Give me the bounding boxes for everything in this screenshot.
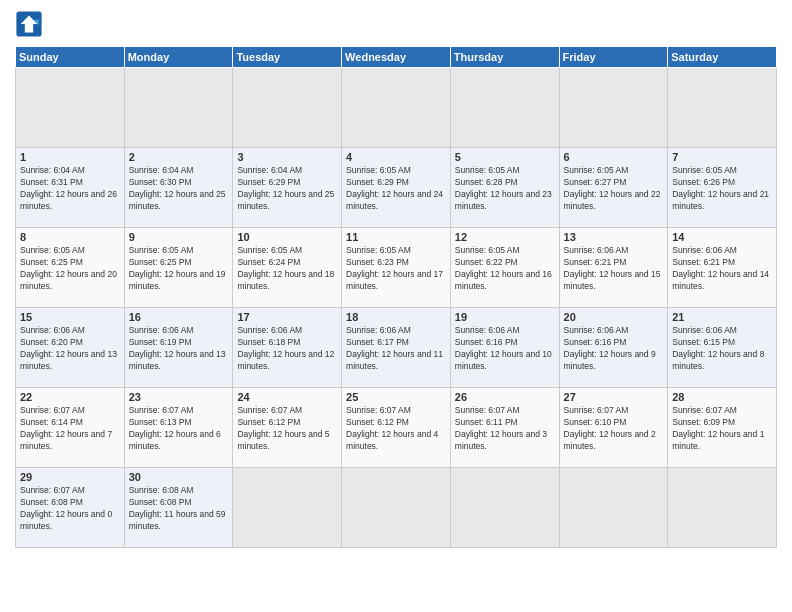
cell-info: Sunrise: 6:05 AMSunset: 6:29 PMDaylight:… <box>346 165 446 213</box>
cell-info: Sunrise: 6:05 AMSunset: 6:25 PMDaylight:… <box>129 245 229 293</box>
day-header-tuesday: Tuesday <box>233 47 342 68</box>
day-header-thursday: Thursday <box>450 47 559 68</box>
calendar-cell: 23Sunrise: 6:07 AMSunset: 6:13 PMDayligh… <box>124 388 233 468</box>
cell-info: Sunrise: 6:07 AMSunset: 6:09 PMDaylight:… <box>672 405 772 453</box>
calendar-cell <box>668 468 777 548</box>
day-header-friday: Friday <box>559 47 668 68</box>
calendar-cell <box>342 68 451 148</box>
day-number: 23 <box>129 391 229 403</box>
calendar-cell: 25Sunrise: 6:07 AMSunset: 6:12 PMDayligh… <box>342 388 451 468</box>
calendar-cell: 24Sunrise: 6:07 AMSunset: 6:12 PMDayligh… <box>233 388 342 468</box>
header <box>15 10 777 38</box>
week-row-1 <box>16 68 777 148</box>
calendar-cell: 1Sunrise: 6:04 AMSunset: 6:31 PMDaylight… <box>16 148 125 228</box>
week-row-4: 15Sunrise: 6:06 AMSunset: 6:20 PMDayligh… <box>16 308 777 388</box>
calendar-cell: 7Sunrise: 6:05 AMSunset: 6:26 PMDaylight… <box>668 148 777 228</box>
day-number: 8 <box>20 231 120 243</box>
calendar-cell: 18Sunrise: 6:06 AMSunset: 6:17 PMDayligh… <box>342 308 451 388</box>
cell-info: Sunrise: 6:07 AMSunset: 6:11 PMDaylight:… <box>455 405 555 453</box>
cell-info: Sunrise: 6:07 AMSunset: 6:14 PMDaylight:… <box>20 405 120 453</box>
cell-info: Sunrise: 6:06 AMSunset: 6:18 PMDaylight:… <box>237 325 337 373</box>
cell-info: Sunrise: 6:04 AMSunset: 6:29 PMDaylight:… <box>237 165 337 213</box>
week-row-6: 29Sunrise: 6:07 AMSunset: 6:08 PMDayligh… <box>16 468 777 548</box>
calendar-cell <box>16 68 125 148</box>
cell-info: Sunrise: 6:06 AMSunset: 6:16 PMDaylight:… <box>564 325 664 373</box>
cell-info: Sunrise: 6:07 AMSunset: 6:13 PMDaylight:… <box>129 405 229 453</box>
cell-info: Sunrise: 6:06 AMSunset: 6:21 PMDaylight:… <box>672 245 772 293</box>
cell-info: Sunrise: 6:07 AMSunset: 6:10 PMDaylight:… <box>564 405 664 453</box>
calendar-cell: 3Sunrise: 6:04 AMSunset: 6:29 PMDaylight… <box>233 148 342 228</box>
cell-info: Sunrise: 6:04 AMSunset: 6:31 PMDaylight:… <box>20 165 120 213</box>
calendar-cell: 14Sunrise: 6:06 AMSunset: 6:21 PMDayligh… <box>668 228 777 308</box>
cell-info: Sunrise: 6:07 AMSunset: 6:12 PMDaylight:… <box>346 405 446 453</box>
cell-info: Sunrise: 6:05 AMSunset: 6:28 PMDaylight:… <box>455 165 555 213</box>
calendar-cell <box>233 68 342 148</box>
day-number: 11 <box>346 231 446 243</box>
cell-info: Sunrise: 6:06 AMSunset: 6:16 PMDaylight:… <box>455 325 555 373</box>
cell-info: Sunrise: 6:07 AMSunset: 6:12 PMDaylight:… <box>237 405 337 453</box>
day-number: 13 <box>564 231 664 243</box>
calendar-cell: 29Sunrise: 6:07 AMSunset: 6:08 PMDayligh… <box>16 468 125 548</box>
day-number: 1 <box>20 151 120 163</box>
calendar-cell: 10Sunrise: 6:05 AMSunset: 6:24 PMDayligh… <box>233 228 342 308</box>
header-row: SundayMondayTuesdayWednesdayThursdayFrid… <box>16 47 777 68</box>
calendar-cell: 17Sunrise: 6:06 AMSunset: 6:18 PMDayligh… <box>233 308 342 388</box>
day-number: 18 <box>346 311 446 323</box>
calendar-cell: 22Sunrise: 6:07 AMSunset: 6:14 PMDayligh… <box>16 388 125 468</box>
week-row-5: 22Sunrise: 6:07 AMSunset: 6:14 PMDayligh… <box>16 388 777 468</box>
calendar-cell <box>450 68 559 148</box>
calendar-cell <box>559 468 668 548</box>
calendar-cell: 21Sunrise: 6:06 AMSunset: 6:15 PMDayligh… <box>668 308 777 388</box>
calendar-cell: 6Sunrise: 6:05 AMSunset: 6:27 PMDaylight… <box>559 148 668 228</box>
cell-info: Sunrise: 6:08 AMSunset: 6:08 PMDaylight:… <box>129 485 229 533</box>
day-number: 28 <box>672 391 772 403</box>
week-row-2: 1Sunrise: 6:04 AMSunset: 6:31 PMDaylight… <box>16 148 777 228</box>
calendar-cell: 12Sunrise: 6:05 AMSunset: 6:22 PMDayligh… <box>450 228 559 308</box>
calendar-cell: 8Sunrise: 6:05 AMSunset: 6:25 PMDaylight… <box>16 228 125 308</box>
calendar-cell: 5Sunrise: 6:05 AMSunset: 6:28 PMDaylight… <box>450 148 559 228</box>
calendar-cell: 16Sunrise: 6:06 AMSunset: 6:19 PMDayligh… <box>124 308 233 388</box>
cell-info: Sunrise: 6:05 AMSunset: 6:23 PMDaylight:… <box>346 245 446 293</box>
day-header-saturday: Saturday <box>668 47 777 68</box>
day-number: 9 <box>129 231 229 243</box>
day-header-wednesday: Wednesday <box>342 47 451 68</box>
day-number: 27 <box>564 391 664 403</box>
calendar-cell <box>233 468 342 548</box>
day-header-sunday: Sunday <box>16 47 125 68</box>
calendar-cell: 2Sunrise: 6:04 AMSunset: 6:30 PMDaylight… <box>124 148 233 228</box>
calendar-cell: 15Sunrise: 6:06 AMSunset: 6:20 PMDayligh… <box>16 308 125 388</box>
cell-info: Sunrise: 6:06 AMSunset: 6:20 PMDaylight:… <box>20 325 120 373</box>
cell-info: Sunrise: 6:05 AMSunset: 6:26 PMDaylight:… <box>672 165 772 213</box>
day-number: 15 <box>20 311 120 323</box>
calendar-cell: 11Sunrise: 6:05 AMSunset: 6:23 PMDayligh… <box>342 228 451 308</box>
day-number: 16 <box>129 311 229 323</box>
day-number: 17 <box>237 311 337 323</box>
calendar-cell: 20Sunrise: 6:06 AMSunset: 6:16 PMDayligh… <box>559 308 668 388</box>
cell-info: Sunrise: 6:07 AMSunset: 6:08 PMDaylight:… <box>20 485 120 533</box>
day-number: 7 <box>672 151 772 163</box>
cell-info: Sunrise: 6:04 AMSunset: 6:30 PMDaylight:… <box>129 165 229 213</box>
cell-info: Sunrise: 6:05 AMSunset: 6:25 PMDaylight:… <box>20 245 120 293</box>
calendar-cell: 26Sunrise: 6:07 AMSunset: 6:11 PMDayligh… <box>450 388 559 468</box>
day-number: 2 <box>129 151 229 163</box>
day-number: 6 <box>564 151 664 163</box>
day-number: 22 <box>20 391 120 403</box>
cell-info: Sunrise: 6:06 AMSunset: 6:21 PMDaylight:… <box>564 245 664 293</box>
week-row-3: 8Sunrise: 6:05 AMSunset: 6:25 PMDaylight… <box>16 228 777 308</box>
logo <box>15 10 47 38</box>
page: SundayMondayTuesdayWednesdayThursdayFrid… <box>0 0 792 612</box>
calendar-cell <box>124 68 233 148</box>
cell-info: Sunrise: 6:06 AMSunset: 6:19 PMDaylight:… <box>129 325 229 373</box>
calendar-cell: 30Sunrise: 6:08 AMSunset: 6:08 PMDayligh… <box>124 468 233 548</box>
day-number: 20 <box>564 311 664 323</box>
calendar-cell: 4Sunrise: 6:05 AMSunset: 6:29 PMDaylight… <box>342 148 451 228</box>
cell-info: Sunrise: 6:05 AMSunset: 6:24 PMDaylight:… <box>237 245 337 293</box>
cell-info: Sunrise: 6:06 AMSunset: 6:15 PMDaylight:… <box>672 325 772 373</box>
calendar-cell: 27Sunrise: 6:07 AMSunset: 6:10 PMDayligh… <box>559 388 668 468</box>
day-number: 3 <box>237 151 337 163</box>
day-number: 4 <box>346 151 446 163</box>
cell-info: Sunrise: 6:05 AMSunset: 6:27 PMDaylight:… <box>564 165 664 213</box>
calendar-table: SundayMondayTuesdayWednesdayThursdayFrid… <box>15 46 777 548</box>
day-number: 30 <box>129 471 229 483</box>
day-number: 12 <box>455 231 555 243</box>
